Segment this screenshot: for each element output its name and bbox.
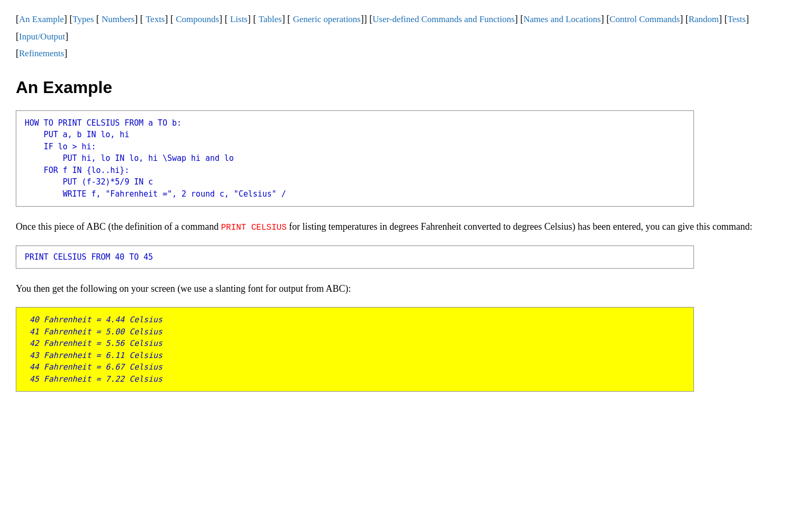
command-block: PRINT CELSIUS FROM 40 TO 45 [16, 245, 694, 269]
nav-links: [An Example] [Types [ Numbers] [ Texts] … [16, 11, 769, 62]
paragraph-1: Once this piece of ABC (the definition o… [16, 219, 769, 235]
code-block: HOW TO PRINT CELSIUS FROM a TO b: PUT a,… [16, 110, 694, 207]
nav-link-input-output[interactable]: Input/Output [19, 32, 65, 42]
nav-link-tests[interactable]: Tests [728, 14, 746, 24]
nav-link-generic-operations[interactable]: Generic operations [293, 14, 361, 24]
output-block: 40 Fahrenheit = 4.44 Celsius 41 Fahrenhe… [16, 307, 694, 392]
nav-link-names-locations[interactable]: Names and Locations [524, 14, 601, 24]
nav-link-types[interactable]: Types [73, 14, 94, 24]
nav-link-tables[interactable]: Tables [258, 14, 281, 24]
code-block-content: HOW TO PRINT CELSIUS FROM a TO b: PUT a,… [25, 117, 685, 200]
inline-code-print-celsius: PRINT CELSIUS [221, 223, 287, 232]
paragraph-1-before: Once this piece of ABC (the definition o… [16, 221, 221, 232]
nav-link-control-commands[interactable]: Control Commands [609, 14, 680, 24]
nav-link-lists[interactable]: Lists [230, 14, 247, 24]
nav-link-random[interactable]: Random [689, 14, 719, 24]
nav-link-user-defined[interactable]: User-defined Commands and Functions [373, 14, 515, 24]
paragraph-1-after: for listing temperatures in degrees Fahr… [287, 221, 752, 232]
command-block-content: PRINT CELSIUS FROM 40 TO 45 [25, 251, 685, 263]
nav-link-compounds[interactable]: Compounds [176, 14, 219, 24]
nav-link-an-example[interactable]: An Example [19, 14, 64, 24]
nav-link-numbers[interactable]: Numbers [102, 14, 134, 24]
nav-link-refinements[interactable]: Refinements [19, 48, 64, 58]
section-title: An Example [16, 75, 769, 100]
nav-link-texts[interactable]: Texts [146, 14, 165, 24]
paragraph-2: You then get the following on your scree… [16, 281, 769, 296]
output-block-content: 40 Fahrenheit = 4.44 Celsius 41 Fahrenhe… [25, 314, 685, 385]
